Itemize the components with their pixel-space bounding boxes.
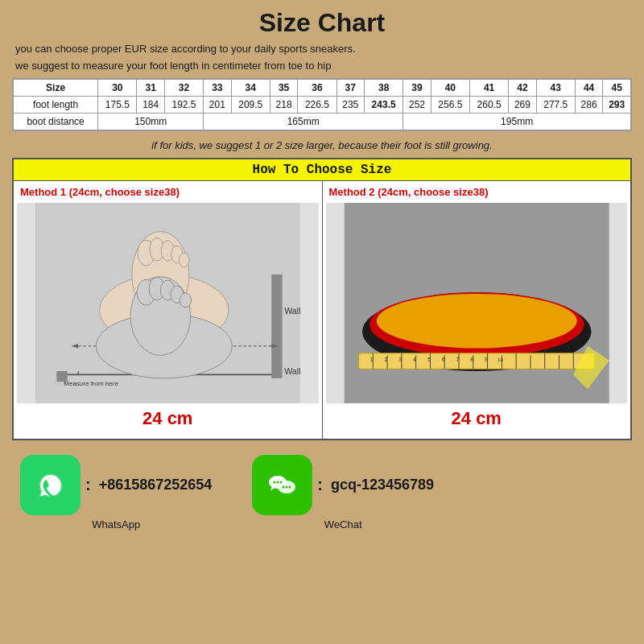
svg-text:10: 10 xyxy=(497,357,503,362)
wechat-icon xyxy=(252,455,312,515)
col-38: 38 xyxy=(365,80,403,97)
page-title: Size Chart xyxy=(12,8,632,38)
whatsapp-inline: : +8615867252654 xyxy=(20,455,212,515)
wechat-label: WeChat xyxy=(324,518,362,530)
size-table: Size 30 31 32 33 34 35 36 37 38 39 40 41… xyxy=(13,79,631,130)
svg-point-64 xyxy=(285,485,287,488)
svg-point-28 xyxy=(376,294,576,349)
shoe-photo-svg: 1 2 3 4 5 6 7 8 9 10 xyxy=(326,203,628,403)
whatsapp-icon xyxy=(20,455,80,515)
svg-text:6: 6 xyxy=(441,357,444,363)
subtitle1: you can choose proper EUR size according… xyxy=(12,43,632,55)
col-32: 32 xyxy=(164,80,203,97)
boot-distance-row: boot distance 150mm 165mm 195mm xyxy=(14,114,631,130)
wechat-colon: : xyxy=(317,476,323,494)
whatsapp-label: WhatsApp xyxy=(92,518,140,530)
col-37: 37 xyxy=(336,80,364,97)
size-table-wrapper: Size 30 31 32 33 34 35 36 37 38 39 40 41… xyxy=(12,78,632,131)
svg-text:9: 9 xyxy=(485,357,488,363)
col-45: 45 xyxy=(603,80,631,97)
col-30: 30 xyxy=(98,80,137,97)
col-35: 35 xyxy=(270,80,297,97)
method1-label: Method 1 (24cm, choose size38) xyxy=(17,186,180,198)
method2-cm: 24 cm xyxy=(452,403,502,434)
how-to-section: How To Choose Size Method 1 (24cm, choos… xyxy=(12,158,632,440)
method1-col: Method 1 (24cm, choose size38) Wall xyxy=(14,181,323,439)
svg-text:7: 7 xyxy=(456,357,459,363)
methods-row: Method 1 (24cm, choose size38) Wall xyxy=(14,181,630,439)
contact-row: : +8615867252654 WhatsApp xyxy=(12,448,632,537)
svg-text:4: 4 xyxy=(413,357,416,363)
method2-image: 1 2 3 4 5 6 7 8 9 10 xyxy=(326,203,628,403)
svg-point-22 xyxy=(180,293,191,308)
svg-rect-2 xyxy=(271,275,282,378)
svg-text:Measure from here: Measure from here xyxy=(64,380,118,387)
wechat-inline: : gcq-123456789 xyxy=(252,455,434,515)
wechat-id: gcq-123456789 xyxy=(331,477,434,493)
svg-point-12 xyxy=(179,253,188,267)
svg-point-62 xyxy=(279,481,282,483)
svg-text:5: 5 xyxy=(427,357,430,363)
svg-text:8: 8 xyxy=(470,357,473,363)
col-39: 39 xyxy=(403,80,431,97)
subtitle2: we suggest to measure your foot length i… xyxy=(12,60,632,72)
foot-length-label: foot length xyxy=(14,97,98,114)
wechat-svg xyxy=(262,465,303,506)
table-header-row: Size 30 31 32 33 34 35 36 37 38 39 40 41… xyxy=(14,80,631,97)
svg-text:1: 1 xyxy=(369,357,373,363)
svg-point-63 xyxy=(282,485,284,488)
method2-label: Method 2 (24cm, choose size38) xyxy=(326,186,489,198)
method1-image: Wall Wall xyxy=(17,203,319,403)
col-42: 42 xyxy=(509,80,536,97)
svg-rect-29 xyxy=(358,353,594,369)
col-43: 43 xyxy=(536,80,575,97)
whatsapp-colon: : xyxy=(85,476,91,494)
whatsapp-number: +8615867252654 xyxy=(99,477,213,493)
col-33: 33 xyxy=(204,80,231,97)
whatsapp-svg xyxy=(31,465,71,506)
foot-length-row: foot length 175.5 184 192.5 201 209.5 21… xyxy=(14,97,631,114)
method1-cm: 24 cm xyxy=(142,403,192,434)
col-44: 44 xyxy=(575,80,602,97)
col-36: 36 xyxy=(298,80,336,97)
method2-col: Method 2 (24cm, choose size38) xyxy=(323,181,631,439)
col-31: 31 xyxy=(137,80,164,97)
col-34: 34 xyxy=(231,80,270,97)
main-container: Size Chart you can choose proper EUR siz… xyxy=(0,0,644,644)
kids-note: if for kids, we suggest 1 or 2 size larg… xyxy=(12,139,632,151)
col-40: 40 xyxy=(431,80,469,97)
svg-text:2: 2 xyxy=(384,357,387,363)
svg-point-61 xyxy=(276,481,279,483)
svg-text:3: 3 xyxy=(398,357,402,363)
boot-distance-label: boot distance xyxy=(14,114,98,130)
svg-point-65 xyxy=(288,485,291,488)
wechat-group: : gcq-123456789 WeChat xyxy=(252,455,434,530)
whatsapp-group: : +8615867252654 WhatsApp xyxy=(20,455,212,530)
svg-point-60 xyxy=(273,481,275,483)
size-header: Size xyxy=(14,80,98,97)
foot-illustration-svg: Wall Wall xyxy=(17,203,319,403)
svg-text:Wall: Wall xyxy=(284,366,300,376)
svg-text:Wall: Wall xyxy=(284,306,300,316)
col-41: 41 xyxy=(469,80,508,97)
how-to-header: How To Choose Size xyxy=(14,159,630,181)
